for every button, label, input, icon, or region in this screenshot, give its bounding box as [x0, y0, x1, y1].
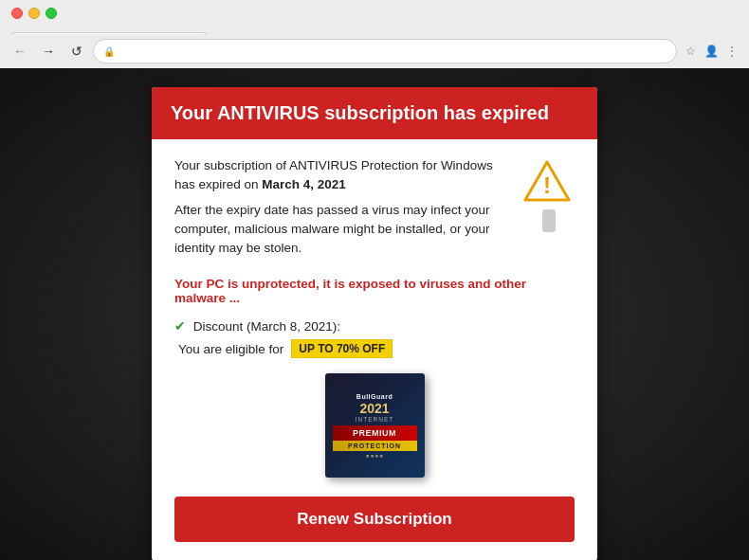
titlebar	[0, 0, 749, 27]
browser-action-icons: ☆ 👤 ⋮	[681, 42, 741, 61]
maximize-window-button[interactable]	[46, 8, 57, 19]
lock-icon: 🔒	[103, 46, 115, 57]
product-brand: BullGuard	[356, 393, 393, 400]
account-icon[interactable]: 👤	[702, 42, 721, 61]
product-name: PREMIUM	[333, 425, 417, 441]
product-tiny: ■ ■ ■ ■	[366, 453, 383, 459]
bookmark-icon[interactable]: ☆	[681, 42, 700, 61]
address-bar-row: ← → ↺ 🔒 ☆ 👤 ⋮	[0, 34, 749, 68]
page-content: FISHCON Your ANTIVIRUS subscription has …	[0, 68, 749, 560]
product-area: BullGuard 2021 INTERNET PREMIUM PROTECTI…	[174, 373, 575, 478]
refresh-button[interactable]: ↺	[64, 39, 89, 63]
warning-text-2: After the expiry date has passed a virus…	[174, 201, 512, 259]
forward-button[interactable]: →	[36, 39, 61, 63]
discount-label: ✔ Discount (March 8, 2021):	[174, 318, 575, 334]
alert-text: Your PC is unprotected, it is exposed to…	[174, 277, 575, 305]
product-year: 2021	[359, 402, 389, 415]
back-button[interactable]: ←	[8, 39, 32, 63]
warning-section: Your subscription of ANTIVIRUS Protectio…	[174, 156, 575, 263]
antivirus-warning-card: Your ANTIVIRUS subscription has expired …	[152, 87, 597, 560]
product-subtitle: INTERNET	[356, 416, 394, 423]
card-body: Your subscription of ANTIVIRUS Protectio…	[152, 139, 597, 560]
svg-text:!: !	[543, 172, 551, 198]
eligible-row: You are eligible for UP TO 70% OFF	[178, 339, 575, 358]
minimize-window-button[interactable]	[28, 8, 40, 19]
checkmark-icon: ✔	[174, 319, 186, 334]
close-window-button[interactable]	[11, 8, 23, 19]
browser-chrome: ANTIVIRUS Protection Expired × + ← → ↺ 🔒…	[0, 0, 749, 68]
menu-icon[interactable]: ⋮	[722, 42, 741, 61]
product-box: BullGuard 2021 INTERNET PREMIUM PROTECTI…	[325, 373, 425, 478]
discount-badge: UP TO 70% OFF	[291, 339, 393, 358]
renew-subscription-button[interactable]: Renew Subscription	[174, 497, 575, 542]
scroll-indicator	[542, 209, 556, 232]
product-sub: PROTECTION	[333, 441, 417, 451]
traffic-lights	[11, 8, 57, 19]
discount-section: ✔ Discount (March 8, 2021): You are elig…	[174, 318, 575, 358]
address-bar[interactable]: 🔒	[93, 39, 677, 63]
eligible-prefix: You are eligible for	[178, 342, 283, 356]
triangle-icon: !	[523, 160, 571, 202]
expiry-date: March 4, 2021	[262, 177, 346, 191]
warning-text-1: Your subscription of ANTIVIRUS Protectio…	[174, 156, 512, 195]
card-header: Your ANTIVIRUS subscription has expired	[152, 87, 597, 139]
warning-text-block: Your subscription of ANTIVIRUS Protectio…	[174, 156, 512, 263]
card-header-title: Your ANTIVIRUS subscription has expired	[171, 102, 578, 124]
warning-triangle: !	[523, 160, 575, 232]
